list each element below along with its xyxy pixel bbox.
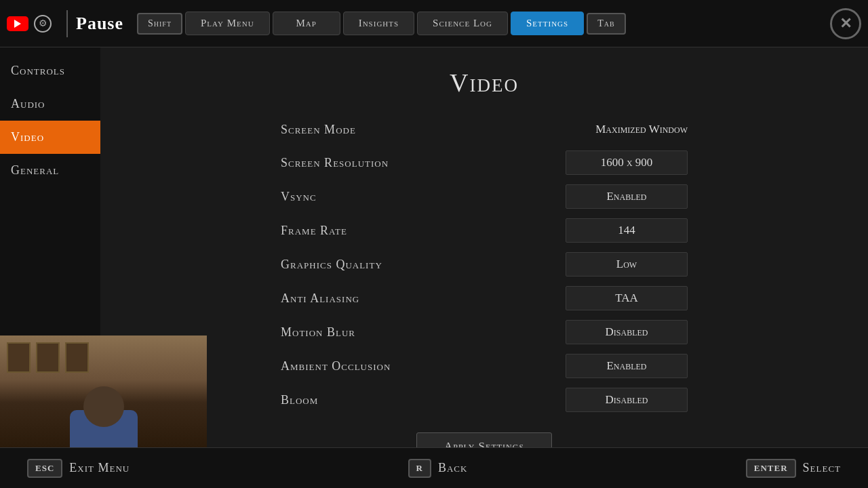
content-area: Video Screen Mode Maximized Window Scree… (100, 47, 868, 447)
label-vsync: Vsync (281, 190, 566, 204)
esc-key-badge[interactable]: ESC (27, 459, 62, 478)
bottom-action-select: ENTER Select (746, 459, 841, 478)
label-screen-resolution: Screen Resolution (281, 156, 566, 170)
r-key-badge[interactable]: R (408, 459, 431, 478)
nav-play-menu[interactable]: Play Menu (185, 12, 270, 35)
frame-2 (36, 342, 60, 373)
tab-key-badge[interactable]: Tab (587, 13, 625, 35)
value-bloom[interactable]: Disabled (566, 388, 688, 412)
label-screen-mode: Screen Mode (281, 123, 566, 137)
enter-key-badge[interactable]: ENTER (746, 459, 796, 478)
sidebar-item-audio[interactable]: Audio (0, 87, 100, 121)
sidebar-item-video[interactable]: Video (0, 121, 100, 154)
wall-frames (7, 342, 89, 373)
label-bloom: Bloom (281, 393, 566, 407)
label-anti-aliasing: Anti Aliasing (281, 291, 566, 306)
nav-science-log[interactable]: Science Log (417, 12, 508, 35)
nav-map[interactable]: Map (273, 12, 340, 35)
youtube-icon (7, 16, 28, 31)
nav-tabs: Shift Play Menu Map Insights Science Log… (137, 12, 830, 35)
bottom-action-back: R Back (408, 459, 468, 478)
back-label: Back (438, 461, 467, 475)
frame-3 (65, 342, 89, 373)
setting-row-screen-mode: Screen Mode Maximized Window (281, 118, 688, 141)
webcam-overlay (0, 336, 207, 447)
select-label: Select (803, 461, 841, 475)
page-title: Video (134, 68, 834, 98)
person-head (83, 386, 124, 427)
sidebar-item-controls[interactable]: Controls (0, 54, 100, 87)
divider (66, 10, 68, 37)
setting-row-vsync: Vsync Enabled (281, 184, 688, 209)
setting-row-graphics-quality: Graphics Quality Low (281, 252, 688, 277)
nav-insights[interactable]: Insights (343, 12, 414, 35)
label-ambient-occlusion: Ambient Occlusion (281, 359, 566, 373)
value-anti-aliasing[interactable]: TAA (566, 286, 688, 310)
logo-area: ⚙ (7, 15, 52, 33)
exit-menu-label: Exit Menu (69, 461, 130, 475)
label-motion-blur: Motion Blur (281, 325, 566, 340)
sidebar-item-general[interactable]: General (0, 154, 100, 187)
value-graphics-quality[interactable]: Low (566, 252, 688, 277)
nav-settings[interactable]: Settings (511, 12, 584, 35)
buttons-area: Apply Settings Set to Default (134, 432, 834, 447)
settings-knob-icon: ⚙ (34, 15, 52, 33)
setting-row-ambient-occlusion: Ambient Occlusion Enabled (281, 354, 688, 378)
webcam-feed (0, 336, 207, 447)
setting-row-bloom: Bloom Disabled (281, 388, 688, 412)
close-button[interactable]: ✕ (830, 8, 861, 39)
setting-row-motion-blur: Motion Blur Disabled (281, 320, 688, 344)
setting-row-frame-rate: Frame Rate 144 (281, 218, 688, 243)
value-motion-blur[interactable]: Disabled (566, 320, 688, 344)
apply-settings-button[interactable]: Apply Settings (416, 432, 552, 447)
value-ambient-occlusion[interactable]: Enabled (566, 354, 688, 378)
value-screen-mode[interactable]: Maximized Window (566, 118, 688, 141)
top-bar: ⚙ Pause Shift Play Menu Map Insights Sci… (0, 0, 868, 47)
pause-title: Pause (76, 14, 123, 34)
bottom-bar: ESC Exit Menu R Back ENTER Select (0, 447, 868, 488)
frame-1 (7, 342, 31, 373)
setting-row-anti-aliasing: Anti Aliasing TAA (281, 286, 688, 310)
settings-table: Screen Mode Maximized Window Screen Reso… (281, 118, 688, 412)
shift-key-badge[interactable]: Shift (137, 13, 182, 35)
label-graphics-quality: Graphics Quality (281, 258, 566, 272)
value-screen-resolution[interactable]: 1600 x 900 (566, 150, 688, 175)
bottom-action-exit: ESC Exit Menu (27, 459, 130, 478)
value-vsync[interactable]: Enabled (566, 184, 688, 209)
setting-row-screen-resolution: Screen Resolution 1600 x 900 (281, 150, 688, 175)
label-frame-rate: Frame Rate (281, 224, 566, 238)
value-frame-rate[interactable]: 144 (566, 218, 688, 243)
